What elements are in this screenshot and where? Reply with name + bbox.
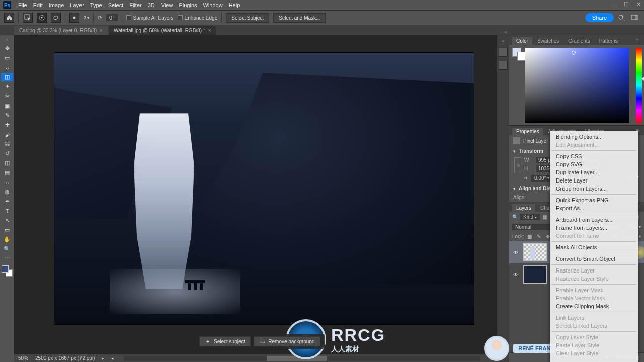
collapse-arrow-icon[interactable]: « [502,38,505,44]
menu-edit[interactable]: Edit [30,1,46,9]
collapsed-panel-icon[interactable] [499,48,508,57]
lock-transparency-icon[interactable]: ▩ [526,234,533,239]
tool-rectangle[interactable]: ▭ [1,226,13,234]
layer-thumbnail[interactable] [523,265,547,284]
context-menu-item[interactable]: Quick Export as PNG [550,196,638,204]
context-menu-item[interactable]: Artboard from Layers... [550,216,638,224]
layer-visibility-icon[interactable]: 👁 [512,272,519,278]
tool-object-select[interactable]: ◫ [1,73,13,81]
filter-search-icon[interactable]: 🔍 [512,214,518,220]
tool-frame[interactable]: ▣ [1,102,13,110]
remove-background-task-button[interactable]: ▭Remove background [254,336,320,346]
menu-layer[interactable]: Layer [67,1,87,9]
document-info[interactable]: 2500 px x 1667 px (72 ppi) [35,355,95,361]
menu-3d[interactable]: 3D [145,1,158,9]
tool-history-brush[interactable]: ↺ [1,149,13,158]
tool-zoom[interactable]: 🔍 [1,245,13,253]
tab-close-icon[interactable]: × [208,28,211,33]
select-subject-button[interactable]: Select Subject [226,13,269,23]
context-menu-item[interactable]: Convert to Smart Object [550,255,638,263]
panel-tab-color[interactable]: Color [512,37,532,45]
context-menu-item[interactable]: Create Clipping Mask [550,302,638,310]
context-menu-item[interactable]: Delete Layer [550,176,638,185]
color-picker[interactable] [509,45,644,125]
color-swatches[interactable] [512,48,526,61]
tool-path-select[interactable]: ↖ [1,216,13,225]
panel-tab-properties[interactable]: Properties [512,128,543,135]
enhance-edge-checkbox[interactable]: Enhance Edge [178,15,218,21]
tool-eraser[interactable]: ◫ [1,159,13,167]
canvas-area[interactable]: ✦Select subject ▭Remove background R RRC… [14,35,497,362]
tool-magic-wand[interactable]: ✦ [1,82,13,91]
hue-slider[interactable] [636,48,642,123]
home-icon[interactable] [4,13,14,23]
menu-window[interactable]: Window [200,1,226,9]
search-icon[interactable] [618,14,627,21]
sample-all-layers-checkbox[interactable]: Sample All Layers [126,15,174,21]
collapse-arrow-icon[interactable]: « [504,29,507,35]
layer-visibility-icon[interactable]: 👁 [512,250,519,255]
active-tool-icon[interactable] [23,13,33,23]
panel-tab-gradients[interactable]: Gradients [564,37,594,45]
filter-kind-select[interactable]: Kind ▾ [520,214,540,220]
menu-plugins[interactable]: Plugins [176,1,200,9]
tool-type[interactable]: T [1,207,13,215]
zoom-level[interactable]: 50% [18,355,28,361]
document-canvas[interactable] [54,53,474,324]
panel-tab-swatches[interactable]: Swatches [533,37,563,45]
menu-file[interactable]: File [15,1,30,9]
tool-move[interactable]: ✥ [1,44,13,53]
menu-image[interactable]: Image [46,1,67,9]
tool-pen[interactable]: ✒ [1,197,13,206]
tool-dodge[interactable]: ◍ [1,188,13,196]
color-swatch-tool[interactable] [2,265,13,277]
tool-crop[interactable]: ✂ [1,92,13,101]
maximize-icon[interactable]: ☐ [623,1,630,8]
context-menu-item[interactable]: Mask All Objects [550,243,638,251]
tool-marquee[interactable]: ▭ [1,54,13,62]
lock-paint-icon[interactable]: ✎ [535,234,542,239]
color-field[interactable] [525,48,629,123]
edit-toolbar-icon[interactable]: ⋯ [4,254,11,261]
context-menu-item[interactable]: Blending Options... [550,133,638,141]
tool-hand[interactable]: ✋ [1,235,13,244]
panel-menu-icon[interactable]: ≡ [634,37,641,45]
context-menu-item[interactable]: Group from Layers... [550,185,638,193]
minimize-icon[interactable]: — [611,1,618,8]
panel-tab-layers[interactable]: Layers [512,204,535,212]
tool-clone[interactable]: ⌘ [1,140,13,148]
menu-filter[interactable]: Filter [126,1,144,9]
tool-blur[interactable]: ○ [1,178,13,187]
tool-lasso[interactable]: ᴗ [1,63,13,72]
link-dimensions-icon[interactable]: ⦶ [514,157,522,172]
document-tab[interactable]: Waterfall.jpg @ 50% (Waterfall, RGB/8) *… [109,26,216,35]
context-menu-item[interactable]: Copy SVG [550,160,638,168]
tool-gradient[interactable]: ▤ [1,168,13,177]
toolbar-expand-icon[interactable]: » [6,37,8,43]
collapsed-panel-icon[interactable] [499,61,508,70]
status-arrow-icon[interactable]: ▸ [102,356,104,361]
layer-thumbnail[interactable] [523,243,547,261]
angle-value[interactable]: 0° [106,14,118,21]
tool-eyedropper[interactable]: ✎ [1,111,13,120]
share-button[interactable]: Share [585,13,614,22]
menu-select[interactable]: Select [105,1,127,9]
panel-tab-patterns[interactable]: Patterns [595,37,622,45]
context-menu-item[interactable]: Export As... [550,204,638,212]
context-menu-item[interactable]: Frame from Layers... [550,224,638,232]
mode-quick-select-icon[interactable] [37,13,47,23]
close-icon[interactable]: ✕ [635,1,642,8]
scroll-left-icon[interactable]: ◂ [111,356,114,361]
context-menu-item[interactable]: Copy CSS [550,152,638,160]
mode-lasso-icon[interactable] [51,13,61,23]
menu-view[interactable]: View [158,1,176,9]
tab-close-icon[interactable]: × [100,28,103,33]
filter-pixel-icon[interactable]: ▦ [542,214,549,220]
menu-type[interactable]: Type [87,1,105,9]
tool-brush[interactable]: 🖌 [1,130,13,139]
tool-spot-heal[interactable]: ✚ [1,121,13,129]
workspace-icon[interactable] [631,14,640,21]
select-subject-task-button[interactable]: ✦Select subject [199,336,251,346]
context-menu-item[interactable]: Duplicate Layer... [550,168,638,176]
select-and-mask-button[interactable]: Select and Mask... [273,13,326,23]
